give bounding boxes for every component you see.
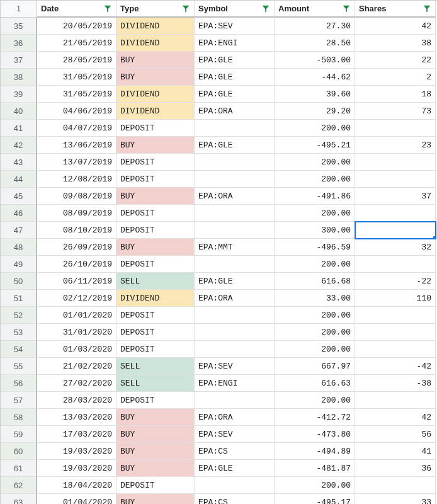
row-header[interactable]: 51 [1,290,37,307]
row-header[interactable]: 44 [1,171,37,188]
row-header[interactable]: 45 [1,188,37,205]
cell-shares[interactable]: 37 [355,188,436,205]
row-header[interactable]: 35 [1,18,37,35]
cell-symbol[interactable] [195,256,275,273]
cell-date[interactable]: 02/12/2019 [37,290,116,307]
cell-symbol[interactable]: EPA:GLE [195,460,275,477]
row-header[interactable]: 48 [1,239,37,256]
cell-date[interactable]: 08/09/2019 [37,205,116,222]
cell-shares[interactable]: 41 [355,443,436,460]
cell-amount[interactable]: 28.50 [275,35,355,52]
row-header[interactable]: 59 [1,426,37,443]
cell-amount[interactable]: 29.20 [275,103,355,120]
cell-amount[interactable]: 200.00 [275,392,355,409]
cell-amount[interactable]: 200.00 [275,324,355,341]
filter-icon[interactable] [423,4,431,13]
row-header[interactable]: 53 [1,324,37,341]
row-header[interactable]: 37 [1,52,37,69]
cell-amount[interactable]: 667.97 [275,358,355,375]
cell-type[interactable]: DEPOSIT [116,205,195,222]
cell-date[interactable]: 09/08/2019 [37,188,116,205]
row-header[interactable]: 60 [1,443,37,460]
cell-symbol[interactable]: EPA:CS [195,494,275,504]
cell-shares[interactable]: 36 [355,460,436,477]
cell-date[interactable]: 20/05/2019 [37,18,116,35]
cell-shares[interactable]: -42 [355,358,436,375]
cell-type[interactable]: SELL [116,358,195,375]
corner-select-all[interactable]: 1 [1,1,37,18]
cell-amount[interactable]: 200.00 [275,477,355,494]
cell-type[interactable]: BUY [116,188,195,205]
cell-shares[interactable] [355,341,436,358]
row-header[interactable]: 42 [1,137,37,154]
cell-shares[interactable] [355,205,436,222]
column-header-amount[interactable]: Amount [275,1,355,18]
cell-shares[interactable]: 22 [355,52,436,69]
cell-type[interactable]: BUY [116,460,195,477]
cell-shares[interactable] [355,171,436,188]
cell-amount[interactable]: 200.00 [275,341,355,358]
cell-shares[interactable]: 23 [355,137,436,154]
cell-shares[interactable] [355,256,436,273]
column-header-date[interactable]: Date [37,1,116,18]
row-header[interactable]: 50 [1,273,37,290]
cell-shares[interactable] [355,477,436,494]
filter-icon[interactable] [342,4,351,13]
cell-type[interactable]: DEPOSIT [116,477,195,494]
cell-symbol[interactable]: EPA:GLE [195,69,275,86]
column-header-symbol[interactable]: Symbol [195,1,275,18]
row-header[interactable]: 49 [1,256,37,273]
cell-date[interactable]: 13/06/2019 [37,137,116,154]
row-header[interactable]: 54 [1,341,37,358]
cell-date[interactable]: 28/05/2019 [37,52,116,69]
row-header[interactable]: 38 [1,69,37,86]
cell-symbol[interactable]: EPA:ENGI [195,375,275,392]
cell-date[interactable]: 13/03/2020 [37,409,116,426]
cell-symbol[interactable] [195,341,275,358]
cell-type[interactable]: BUY [116,239,195,256]
cell-type[interactable]: DIVIDEND [116,18,195,35]
cell-type[interactable]: BUY [116,443,195,460]
cell-date[interactable]: 31/01/2020 [37,324,116,341]
cell-amount[interactable]: 200.00 [275,205,355,222]
cell-shares[interactable] [355,307,436,324]
row-header[interactable]: 40 [1,103,37,120]
cell-symbol[interactable]: EPA:ORA [195,409,275,426]
cell-symbol[interactable] [195,392,275,409]
filter-icon[interactable] [103,4,112,13]
row-header[interactable]: 41 [1,120,37,137]
cell-shares[interactable]: -22 [355,273,436,290]
row-header[interactable]: 63 [1,494,37,504]
cell-symbol[interactable] [195,154,275,171]
cell-type[interactable]: BUY [116,409,195,426]
cell-date[interactable]: 04/06/2019 [37,103,116,120]
cell-symbol[interactable]: EPA:GLE [195,137,275,154]
column-header-type[interactable]: Type [116,1,195,18]
cell-date[interactable]: 06/11/2019 [37,273,116,290]
cell-date[interactable]: 26/10/2019 [37,256,116,273]
cell-type[interactable]: DEPOSIT [116,256,195,273]
filter-icon[interactable] [261,4,270,13]
cell-shares[interactable] [355,392,436,409]
cell-date[interactable]: 26/09/2019 [37,239,116,256]
filter-icon[interactable] [181,4,190,13]
cell-amount[interactable]: -473.80 [275,426,355,443]
cell-type[interactable]: DIVIDEND [116,103,195,120]
cell-type[interactable]: BUY [116,494,195,504]
cell-type[interactable]: DEPOSIT [116,154,195,171]
row-header[interactable]: 57 [1,392,37,409]
cell-shares[interactable]: 2 [355,69,436,86]
row-header[interactable]: 55 [1,358,37,375]
cell-symbol[interactable]: EPA:SEV [195,18,275,35]
cell-type[interactable]: DEPOSIT [116,341,195,358]
cell-shares[interactable]: 33 [355,494,436,504]
cell-date[interactable]: 28/03/2020 [37,392,116,409]
row-header[interactable]: 39 [1,86,37,103]
cell-date[interactable]: 19/03/2020 [37,460,116,477]
cell-type[interactable]: SELL [116,375,195,392]
cell-symbol[interactable]: EPA:SEV [195,358,275,375]
cell-amount[interactable]: 33.00 [275,290,355,307]
cell-shares[interactable] [355,222,436,239]
cell-amount[interactable]: 616.68 [275,273,355,290]
cell-shares[interactable]: 32 [355,239,436,256]
